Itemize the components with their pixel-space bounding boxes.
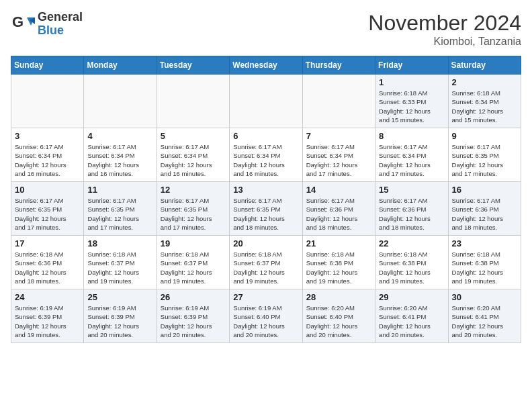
day-number: 19 — [161, 238, 226, 248]
calendar-cell: 5Sunrise: 6:17 AM Sunset: 6:34 PM Daylig… — [157, 128, 229, 182]
calendar-cell — [84, 75, 157, 128]
day-number: 5 — [161, 131, 226, 141]
day-info: Sunrise: 6:18 AM Sunset: 6:34 PM Dayligh… — [452, 89, 517, 124]
calendar-cell: 4Sunrise: 6:17 AM Sunset: 6:34 PM Daylig… — [84, 128, 157, 182]
calendar-cell: 29Sunrise: 6:20 AM Sunset: 6:41 PM Dayli… — [375, 289, 448, 343]
day-number: 23 — [452, 238, 517, 248]
weekday-header-saturday: Saturday — [448, 56, 521, 75]
calendar-week-row: 17Sunrise: 6:18 AM Sunset: 6:36 PM Dayli… — [11, 236, 521, 289]
day-number: 10 — [15, 185, 80, 195]
day-number: 25 — [87, 292, 152, 302]
day-info: Sunrise: 6:17 AM Sunset: 6:35 PM Dayligh… — [87, 196, 152, 232]
day-number: 21 — [306, 238, 371, 248]
day-info: Sunrise: 6:17 AM Sunset: 6:35 PM Dayligh… — [452, 142, 517, 178]
calendar-week-row: 3Sunrise: 6:17 AM Sunset: 6:34 PM Daylig… — [11, 128, 521, 182]
weekday-header-sunday: Sunday — [11, 56, 84, 75]
day-number: 15 — [379, 185, 444, 195]
weekday-header-thursday: Thursday — [302, 56, 375, 75]
day-number: 24 — [15, 292, 80, 302]
day-number: 17 — [15, 238, 80, 248]
calendar-week-row: 1Sunrise: 6:18 AM Sunset: 6:33 PM Daylig… — [11, 75, 521, 128]
weekday-header-friday: Friday — [375, 56, 448, 75]
day-info: Sunrise: 6:18 AM Sunset: 6:38 PM Dayligh… — [452, 250, 517, 285]
calendar-cell: 18Sunrise: 6:18 AM Sunset: 6:37 PM Dayli… — [84, 236, 157, 289]
day-info: Sunrise: 6:17 AM Sunset: 6:34 PM Dayligh… — [233, 142, 298, 178]
day-info: Sunrise: 6:18 AM Sunset: 6:38 PM Dayligh… — [306, 250, 371, 285]
calendar-cell: 21Sunrise: 6:18 AM Sunset: 6:38 PM Dayli… — [302, 236, 375, 289]
day-info: Sunrise: 6:17 AM Sunset: 6:34 PM Dayligh… — [379, 142, 444, 178]
day-number: 2 — [452, 77, 517, 87]
day-number: 4 — [87, 131, 152, 141]
day-number: 6 — [233, 131, 298, 141]
calendar-cell: 23Sunrise: 6:18 AM Sunset: 6:38 PM Dayli… — [448, 236, 521, 289]
day-number: 27 — [233, 292, 298, 302]
day-number: 9 — [452, 131, 517, 141]
calendar-week-row: 24Sunrise: 6:19 AM Sunset: 6:39 PM Dayli… — [11, 289, 521, 343]
day-info: Sunrise: 6:20 AM Sunset: 6:40 PM Dayligh… — [306, 304, 371, 339]
day-number: 1 — [379, 77, 444, 87]
day-info: Sunrise: 6:17 AM Sunset: 6:35 PM Dayligh… — [233, 196, 298, 232]
day-number: 26 — [161, 292, 226, 302]
day-number: 7 — [306, 131, 371, 141]
calendar-cell — [11, 75, 84, 128]
logo-icon: G — [11, 12, 35, 36]
calendar-cell: 15Sunrise: 6:17 AM Sunset: 6:36 PM Dayli… — [375, 182, 448, 236]
calendar-cell: 13Sunrise: 6:17 AM Sunset: 6:35 PM Dayli… — [230, 182, 302, 236]
day-info: Sunrise: 6:18 AM Sunset: 6:37 PM Dayligh… — [161, 250, 226, 285]
day-info: Sunrise: 6:17 AM Sunset: 6:35 PM Dayligh… — [161, 196, 226, 232]
day-info: Sunrise: 6:17 AM Sunset: 6:34 PM Dayligh… — [161, 142, 226, 178]
day-info: Sunrise: 6:17 AM Sunset: 6:35 PM Dayligh… — [15, 196, 80, 232]
day-number: 13 — [233, 185, 298, 195]
calendar-cell — [302, 75, 375, 128]
day-info: Sunrise: 6:18 AM Sunset: 6:33 PM Dayligh… — [379, 89, 444, 124]
calendar-cell: 16Sunrise: 6:17 AM Sunset: 6:36 PM Dayli… — [448, 182, 521, 236]
day-info: Sunrise: 6:17 AM Sunset: 6:34 PM Dayligh… — [87, 142, 152, 178]
calendar-cell: 11Sunrise: 6:17 AM Sunset: 6:35 PM Dayli… — [84, 182, 157, 236]
calendar-cell: 19Sunrise: 6:18 AM Sunset: 6:37 PM Dayli… — [157, 236, 229, 289]
day-number: 11 — [87, 185, 152, 195]
day-number: 3 — [15, 131, 80, 141]
day-info: Sunrise: 6:18 AM Sunset: 6:37 PM Dayligh… — [87, 250, 152, 285]
calendar-cell: 3Sunrise: 6:17 AM Sunset: 6:34 PM Daylig… — [11, 128, 84, 182]
day-number: 29 — [379, 292, 444, 302]
day-info: Sunrise: 6:18 AM Sunset: 6:36 PM Dayligh… — [15, 250, 80, 285]
calendar-cell: 17Sunrise: 6:18 AM Sunset: 6:36 PM Dayli… — [11, 236, 84, 289]
calendar-cell: 7Sunrise: 6:17 AM Sunset: 6:34 PM Daylig… — [302, 128, 375, 182]
calendar-cell: 10Sunrise: 6:17 AM Sunset: 6:35 PM Dayli… — [11, 182, 84, 236]
calendar-cell: 25Sunrise: 6:19 AM Sunset: 6:39 PM Dayli… — [84, 289, 157, 343]
day-info: Sunrise: 6:17 AM Sunset: 6:36 PM Dayligh… — [306, 196, 371, 232]
calendar-title: November 2024 — [368, 11, 521, 36]
day-number: 14 — [306, 185, 371, 195]
day-info: Sunrise: 6:17 AM Sunset: 6:34 PM Dayligh… — [15, 142, 80, 178]
day-number: 20 — [233, 238, 298, 248]
calendar-cell — [157, 75, 229, 128]
logo-blue-text: Blue — [38, 24, 83, 38]
calendar-cell: 22Sunrise: 6:18 AM Sunset: 6:38 PM Dayli… — [375, 236, 448, 289]
weekday-header-tuesday: Tuesday — [157, 56, 229, 75]
svg-text:G: G — [12, 13, 24, 30]
day-info: Sunrise: 6:19 AM Sunset: 6:39 PM Dayligh… — [161, 304, 226, 339]
calendar-cell: 14Sunrise: 6:17 AM Sunset: 6:36 PM Dayli… — [302, 182, 375, 236]
calendar-cell: 1Sunrise: 6:18 AM Sunset: 6:33 PM Daylig… — [375, 75, 448, 128]
logo: G General Blue — [11, 11, 83, 38]
day-number: 28 — [306, 292, 371, 302]
day-number: 8 — [379, 131, 444, 141]
day-info: Sunrise: 6:18 AM Sunset: 6:38 PM Dayligh… — [379, 250, 444, 285]
calendar-cell: 8Sunrise: 6:17 AM Sunset: 6:34 PM Daylig… — [375, 128, 448, 182]
calendar-cell: 6Sunrise: 6:17 AM Sunset: 6:34 PM Daylig… — [230, 128, 302, 182]
calendar-cell — [230, 75, 302, 128]
day-info: Sunrise: 6:18 AM Sunset: 6:37 PM Dayligh… — [233, 250, 298, 285]
calendar-cell: 20Sunrise: 6:18 AM Sunset: 6:37 PM Dayli… — [230, 236, 302, 289]
title-block: November 2024 Kiomboi, Tanzania — [368, 11, 521, 48]
day-info: Sunrise: 6:19 AM Sunset: 6:40 PM Dayligh… — [233, 304, 298, 339]
page-header: G General Blue November 2024 Kiomboi, Ta… — [11, 11, 521, 48]
calendar-cell: 28Sunrise: 6:20 AM Sunset: 6:40 PM Dayli… — [302, 289, 375, 343]
calendar-cell: 9Sunrise: 6:17 AM Sunset: 6:35 PM Daylig… — [448, 128, 521, 182]
day-info: Sunrise: 6:20 AM Sunset: 6:41 PM Dayligh… — [379, 304, 444, 339]
calendar-cell: 26Sunrise: 6:19 AM Sunset: 6:39 PM Dayli… — [157, 289, 229, 343]
calendar-cell: 12Sunrise: 6:17 AM Sunset: 6:35 PM Dayli… — [157, 182, 229, 236]
calendar-week-row: 10Sunrise: 6:17 AM Sunset: 6:35 PM Dayli… — [11, 182, 521, 236]
day-number: 30 — [452, 292, 517, 302]
day-info: Sunrise: 6:19 AM Sunset: 6:39 PM Dayligh… — [15, 304, 80, 339]
weekday-header-wednesday: Wednesday — [230, 56, 302, 75]
